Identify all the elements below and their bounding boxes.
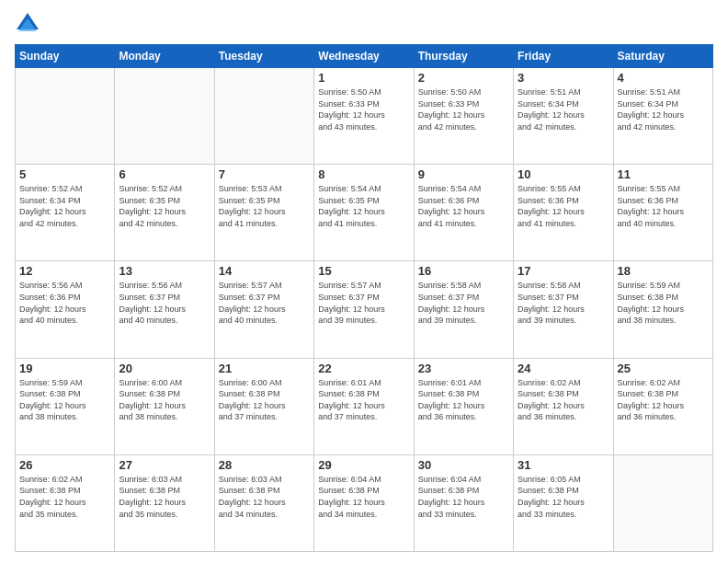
calendar-cell: 31Sunrise: 6:05 AM Sunset: 6:38 PM Dayli… [514, 454, 613, 551]
day-info: Sunrise: 5:58 AM Sunset: 6:37 PM Dayligh… [418, 280, 509, 326]
page: SundayMondayTuesdayWednesdayThursdayFrid… [0, 0, 728, 563]
logo-icon [15, 11, 40, 37]
day-info: Sunrise: 5:53 AM Sunset: 6:35 PM Dayligh… [219, 183, 310, 229]
weekday-header-row: SundayMondayTuesdayWednesdayThursdayFrid… [16, 45, 713, 68]
calendar-cell: 13Sunrise: 5:56 AM Sunset: 6:37 PM Dayli… [115, 261, 214, 358]
day-info: Sunrise: 5:55 AM Sunset: 6:36 PM Dayligh… [518, 183, 609, 229]
calendar-cell: 5Sunrise: 5:52 AM Sunset: 6:34 PM Daylig… [16, 165, 115, 261]
calendar-cell: 20Sunrise: 6:00 AM Sunset: 6:38 PM Dayli… [115, 358, 214, 454]
day-info: Sunrise: 5:51 AM Sunset: 6:34 PM Dayligh… [518, 86, 609, 132]
calendar-cell: 16Sunrise: 5:58 AM Sunset: 6:37 PM Dayli… [414, 261, 513, 358]
week-row-4: 19Sunrise: 5:59 AM Sunset: 6:38 PM Dayli… [16, 358, 713, 454]
day-number: 31 [518, 458, 609, 472]
day-number: 21 [219, 362, 310, 375]
day-number: 23 [418, 362, 509, 375]
day-number: 13 [119, 264, 210, 278]
day-info: Sunrise: 5:54 AM Sunset: 6:35 PM Dayligh… [318, 183, 409, 229]
day-info: Sunrise: 6:02 AM Sunset: 6:38 PM Dayligh… [518, 377, 609, 423]
day-number: 7 [219, 167, 310, 181]
day-info: Sunrise: 6:03 AM Sunset: 6:38 PM Dayligh… [119, 474, 210, 520]
weekday-monday: Monday [115, 45, 214, 68]
calendar-cell [115, 68, 214, 165]
calendar-cell: 10Sunrise: 5:55 AM Sunset: 6:36 PM Dayli… [514, 165, 613, 261]
day-info: Sunrise: 5:52 AM Sunset: 6:35 PM Dayligh… [119, 183, 210, 229]
day-number: 2 [418, 71, 509, 85]
weekday-wednesday: Wednesday [314, 45, 414, 68]
day-number: 22 [318, 362, 409, 375]
calendar-cell: 17Sunrise: 5:58 AM Sunset: 6:37 PM Dayli… [514, 261, 613, 358]
day-number: 14 [219, 264, 310, 278]
day-info: Sunrise: 6:04 AM Sunset: 6:38 PM Dayligh… [418, 474, 509, 520]
calendar-cell [613, 454, 712, 551]
day-info: Sunrise: 6:02 AM Sunset: 6:38 PM Dayligh… [618, 377, 709, 423]
calendar-cell: 26Sunrise: 6:02 AM Sunset: 6:38 PM Dayli… [16, 454, 115, 551]
calendar-cell: 25Sunrise: 6:02 AM Sunset: 6:38 PM Dayli… [613, 358, 712, 454]
day-number: 25 [618, 362, 709, 375]
day-info: Sunrise: 5:59 AM Sunset: 6:38 PM Dayligh… [618, 280, 709, 326]
calendar-cell: 4Sunrise: 5:51 AM Sunset: 6:34 PM Daylig… [613, 68, 712, 165]
calendar-cell: 9Sunrise: 5:54 AM Sunset: 6:36 PM Daylig… [414, 165, 513, 261]
day-number: 6 [119, 167, 210, 181]
calendar-cell [214, 68, 313, 165]
day-info: Sunrise: 6:05 AM Sunset: 6:38 PM Dayligh… [518, 474, 609, 520]
day-info: Sunrise: 5:55 AM Sunset: 6:36 PM Dayligh… [618, 183, 709, 229]
calendar-cell: 22Sunrise: 6:01 AM Sunset: 6:38 PM Dayli… [314, 358, 414, 454]
day-info: Sunrise: 5:58 AM Sunset: 6:37 PM Dayligh… [518, 280, 609, 326]
day-number: 11 [618, 167, 709, 181]
calendar-cell: 6Sunrise: 5:52 AM Sunset: 6:35 PM Daylig… [115, 165, 214, 261]
day-number: 30 [418, 458, 509, 472]
day-info: Sunrise: 5:54 AM Sunset: 6:36 PM Dayligh… [418, 183, 509, 229]
day-number: 15 [318, 264, 409, 278]
day-info: Sunrise: 5:59 AM Sunset: 6:38 PM Dayligh… [19, 377, 110, 423]
calendar-cell: 23Sunrise: 6:01 AM Sunset: 6:38 PM Dayli… [414, 358, 513, 454]
day-info: Sunrise: 5:50 AM Sunset: 6:33 PM Dayligh… [318, 86, 409, 132]
day-number: 12 [19, 264, 110, 278]
day-number: 29 [318, 458, 409, 472]
calendar-cell: 24Sunrise: 6:02 AM Sunset: 6:38 PM Dayli… [514, 358, 613, 454]
logo [15, 11, 44, 37]
calendar-table: SundayMondayTuesdayWednesdayThursdayFrid… [15, 44, 713, 552]
day-number: 1 [318, 71, 409, 85]
day-info: Sunrise: 5:50 AM Sunset: 6:33 PM Dayligh… [418, 86, 509, 132]
day-info: Sunrise: 6:03 AM Sunset: 6:38 PM Dayligh… [219, 474, 310, 520]
calendar-cell: 28Sunrise: 6:03 AM Sunset: 6:38 PM Dayli… [214, 454, 313, 551]
calendar-cell: 27Sunrise: 6:03 AM Sunset: 6:38 PM Dayli… [115, 454, 214, 551]
calendar-cell: 11Sunrise: 5:55 AM Sunset: 6:36 PM Dayli… [613, 165, 712, 261]
day-number: 8 [318, 167, 409, 181]
day-number: 19 [19, 362, 110, 375]
calendar-cell: 14Sunrise: 5:57 AM Sunset: 6:37 PM Dayli… [214, 261, 313, 358]
day-number: 17 [518, 264, 609, 278]
header [15, 11, 713, 37]
weekday-sunday: Sunday [16, 45, 115, 68]
weekday-tuesday: Tuesday [214, 45, 313, 68]
day-number: 24 [518, 362, 609, 375]
day-info: Sunrise: 5:57 AM Sunset: 6:37 PM Dayligh… [318, 280, 409, 326]
week-row-3: 12Sunrise: 5:56 AM Sunset: 6:36 PM Dayli… [16, 261, 713, 358]
day-info: Sunrise: 6:02 AM Sunset: 6:38 PM Dayligh… [19, 474, 110, 520]
calendar-cell: 8Sunrise: 5:54 AM Sunset: 6:35 PM Daylig… [314, 165, 414, 261]
calendar-cell [16, 68, 115, 165]
day-number: 3 [518, 71, 609, 85]
day-info: Sunrise: 6:01 AM Sunset: 6:38 PM Dayligh… [318, 377, 409, 423]
day-number: 18 [618, 264, 709, 278]
day-info: Sunrise: 5:56 AM Sunset: 6:37 PM Dayligh… [119, 280, 210, 326]
day-info: Sunrise: 5:52 AM Sunset: 6:34 PM Dayligh… [19, 183, 110, 229]
day-number: 4 [618, 71, 709, 85]
calendar-cell: 3Sunrise: 5:51 AM Sunset: 6:34 PM Daylig… [514, 68, 613, 165]
calendar-cell: 12Sunrise: 5:56 AM Sunset: 6:36 PM Dayli… [16, 261, 115, 358]
calendar-cell: 29Sunrise: 6:04 AM Sunset: 6:38 PM Dayli… [314, 454, 414, 551]
weekday-friday: Friday [514, 45, 613, 68]
day-number: 26 [19, 458, 110, 472]
day-info: Sunrise: 6:00 AM Sunset: 6:38 PM Dayligh… [119, 377, 210, 423]
calendar-cell: 1Sunrise: 5:50 AM Sunset: 6:33 PM Daylig… [314, 68, 414, 165]
day-info: Sunrise: 5:57 AM Sunset: 6:37 PM Dayligh… [219, 280, 310, 326]
weekday-saturday: Saturday [613, 45, 712, 68]
day-info: Sunrise: 6:04 AM Sunset: 6:38 PM Dayligh… [318, 474, 409, 520]
week-row-1: 1Sunrise: 5:50 AM Sunset: 6:33 PM Daylig… [16, 68, 713, 165]
day-number: 27 [119, 458, 210, 472]
day-info: Sunrise: 5:56 AM Sunset: 6:36 PM Dayligh… [19, 280, 110, 326]
day-info: Sunrise: 6:00 AM Sunset: 6:38 PM Dayligh… [219, 377, 310, 423]
day-number: 16 [418, 264, 509, 278]
weekday-thursday: Thursday [414, 45, 513, 68]
day-number: 20 [119, 362, 210, 375]
